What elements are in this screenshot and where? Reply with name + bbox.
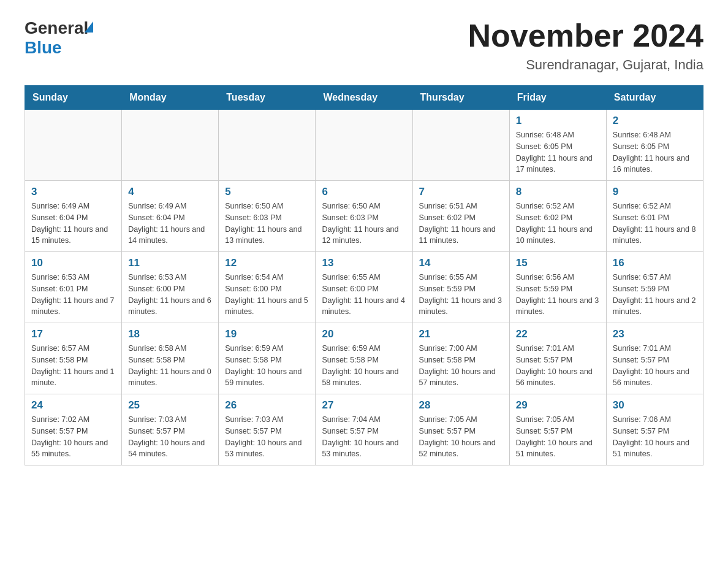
day-number: 11 <box>128 257 212 269</box>
calendar-header-wednesday: Wednesday <box>316 86 412 110</box>
day-number: 18 <box>128 328 212 340</box>
day-number: 26 <box>225 399 309 412</box>
header: General Blue November 2024 Surendranagar… <box>25 18 703 73</box>
month-title: November 2024 <box>468 18 703 53</box>
day-number: 16 <box>613 257 697 269</box>
calendar-cell: 28Sunrise: 7:05 AMSunset: 5:57 PMDayligh… <box>412 394 509 465</box>
day-number: 21 <box>419 328 503 340</box>
calendar-cell: 27Sunrise: 7:04 AMSunset: 5:57 PMDayligh… <box>316 394 412 465</box>
day-info: Sunrise: 6:58 AMSunset: 5:58 PMDaylight:… <box>128 343 212 389</box>
day-number: 12 <box>225 257 309 269</box>
day-info: Sunrise: 7:01 AMSunset: 5:57 PMDaylight:… <box>516 343 600 389</box>
day-info: Sunrise: 6:48 AMSunset: 6:05 PMDaylight:… <box>516 129 600 175</box>
day-info: Sunrise: 7:00 AMSunset: 5:58 PMDaylight:… <box>419 343 503 389</box>
calendar-header-saturday: Saturday <box>606 86 703 110</box>
day-info: Sunrise: 6:50 AMSunset: 6:03 PMDaylight:… <box>225 201 309 247</box>
day-number: 2 <box>613 115 697 127</box>
day-number: 6 <box>322 186 406 198</box>
logo-blue-text: Blue <box>25 38 62 58</box>
calendar-cell: 25Sunrise: 7:03 AMSunset: 5:57 PMDayligh… <box>122 394 219 465</box>
logo-triangle-icon <box>85 21 93 33</box>
calendar-cell: 22Sunrise: 7:01 AMSunset: 5:57 PMDayligh… <box>509 323 606 394</box>
calendar-cell: 23Sunrise: 7:01 AMSunset: 5:57 PMDayligh… <box>606 323 703 394</box>
calendar-cell: 24Sunrise: 7:02 AMSunset: 5:57 PMDayligh… <box>25 394 122 465</box>
day-number: 10 <box>31 257 115 269</box>
day-info: Sunrise: 6:49 AMSunset: 6:04 PMDaylight:… <box>31 201 115 247</box>
calendar-cell: 13Sunrise: 6:55 AMSunset: 6:00 PMDayligh… <box>316 252 412 323</box>
day-info: Sunrise: 6:59 AMSunset: 5:58 PMDaylight:… <box>225 343 309 389</box>
day-number: 9 <box>613 186 697 198</box>
calendar-cell: 30Sunrise: 7:06 AMSunset: 5:57 PMDayligh… <box>606 394 703 465</box>
day-number: 8 <box>516 186 600 198</box>
location-title: Surendranagar, Gujarat, India <box>468 57 703 73</box>
calendar-cell: 10Sunrise: 6:53 AMSunset: 6:01 PMDayligh… <box>25 252 122 323</box>
day-number: 20 <box>322 328 406 340</box>
day-info: Sunrise: 7:03 AMSunset: 5:57 PMDaylight:… <box>128 414 212 460</box>
day-info: Sunrise: 6:55 AMSunset: 6:00 PMDaylight:… <box>322 272 406 318</box>
calendar-cell: 9Sunrise: 6:52 AMSunset: 6:01 PMDaylight… <box>606 181 703 252</box>
calendar-week-row: 17Sunrise: 6:57 AMSunset: 5:58 PMDayligh… <box>25 323 703 394</box>
day-number: 28 <box>419 399 503 412</box>
day-info: Sunrise: 6:56 AMSunset: 5:59 PMDaylight:… <box>516 272 600 318</box>
day-info: Sunrise: 7:06 AMSunset: 5:57 PMDaylight:… <box>613 414 697 460</box>
calendar-cell: 7Sunrise: 6:51 AMSunset: 6:02 PMDaylight… <box>412 181 509 252</box>
day-number: 30 <box>613 399 697 412</box>
day-info: Sunrise: 7:01 AMSunset: 5:57 PMDaylight:… <box>613 343 697 389</box>
day-number: 13 <box>322 257 406 269</box>
calendar-table: SundayMondayTuesdayWednesdayThursdayFrid… <box>25 85 703 465</box>
calendar-header-tuesday: Tuesday <box>219 86 316 110</box>
calendar-cell <box>219 110 316 181</box>
title-area: November 2024 Surendranagar, Gujarat, In… <box>468 18 703 73</box>
day-info: Sunrise: 7:03 AMSunset: 5:57 PMDaylight:… <box>225 414 309 460</box>
day-number: 1 <box>516 115 600 127</box>
day-info: Sunrise: 6:55 AMSunset: 5:59 PMDaylight:… <box>419 272 503 318</box>
calendar-cell: 2Sunrise: 6:48 AMSunset: 6:05 PMDaylight… <box>606 110 703 181</box>
calendar-header-thursday: Thursday <box>412 86 509 110</box>
calendar-header-friday: Friday <box>509 86 606 110</box>
calendar-cell: 19Sunrise: 6:59 AMSunset: 5:58 PMDayligh… <box>219 323 316 394</box>
calendar-cell: 12Sunrise: 6:54 AMSunset: 6:00 PMDayligh… <box>219 252 316 323</box>
calendar-cell <box>25 110 122 181</box>
day-info: Sunrise: 6:53 AMSunset: 6:00 PMDaylight:… <box>128 272 212 318</box>
day-info: Sunrise: 6:49 AMSunset: 6:04 PMDaylight:… <box>128 201 212 247</box>
calendar-cell: 11Sunrise: 6:53 AMSunset: 6:00 PMDayligh… <box>122 252 219 323</box>
calendar-cell: 14Sunrise: 6:55 AMSunset: 5:59 PMDayligh… <box>412 252 509 323</box>
day-info: Sunrise: 6:57 AMSunset: 5:59 PMDaylight:… <box>613 272 697 318</box>
day-number: 4 <box>128 186 212 198</box>
calendar-cell: 4Sunrise: 6:49 AMSunset: 6:04 PMDaylight… <box>122 181 219 252</box>
day-info: Sunrise: 7:05 AMSunset: 5:57 PMDaylight:… <box>419 414 503 460</box>
calendar-cell: 1Sunrise: 6:48 AMSunset: 6:05 PMDaylight… <box>509 110 606 181</box>
day-number: 27 <box>322 399 406 412</box>
calendar-cell: 20Sunrise: 6:59 AMSunset: 5:58 PMDayligh… <box>316 323 412 394</box>
calendar-header-sunday: Sunday <box>25 86 122 110</box>
calendar-cell: 15Sunrise: 6:56 AMSunset: 5:59 PMDayligh… <box>509 252 606 323</box>
calendar-cell <box>412 110 509 181</box>
day-info: Sunrise: 6:48 AMSunset: 6:05 PMDaylight:… <box>613 129 697 175</box>
calendar-cell: 16Sunrise: 6:57 AMSunset: 5:59 PMDayligh… <box>606 252 703 323</box>
calendar-cell: 5Sunrise: 6:50 AMSunset: 6:03 PMDaylight… <box>219 181 316 252</box>
day-number: 3 <box>31 186 115 198</box>
day-info: Sunrise: 6:54 AMSunset: 6:00 PMDaylight:… <box>225 272 309 318</box>
day-info: Sunrise: 7:02 AMSunset: 5:57 PMDaylight:… <box>31 414 115 460</box>
day-info: Sunrise: 6:52 AMSunset: 6:02 PMDaylight:… <box>516 201 600 247</box>
calendar-week-row: 24Sunrise: 7:02 AMSunset: 5:57 PMDayligh… <box>25 394 703 465</box>
calendar-header-monday: Monday <box>122 86 219 110</box>
day-info: Sunrise: 7:04 AMSunset: 5:57 PMDaylight:… <box>322 414 406 460</box>
calendar-cell: 6Sunrise: 6:50 AMSunset: 6:03 PMDaylight… <box>316 181 412 252</box>
calendar-cell: 17Sunrise: 6:57 AMSunset: 5:58 PMDayligh… <box>25 323 122 394</box>
day-info: Sunrise: 6:53 AMSunset: 6:01 PMDaylight:… <box>31 272 115 318</box>
day-number: 15 <box>516 257 600 269</box>
calendar-cell: 26Sunrise: 7:03 AMSunset: 5:57 PMDayligh… <box>219 394 316 465</box>
calendar-week-row: 3Sunrise: 6:49 AMSunset: 6:04 PMDaylight… <box>25 181 703 252</box>
calendar-cell: 21Sunrise: 7:00 AMSunset: 5:58 PMDayligh… <box>412 323 509 394</box>
day-info: Sunrise: 6:59 AMSunset: 5:58 PMDaylight:… <box>322 343 406 389</box>
day-number: 24 <box>31 399 115 412</box>
calendar-cell <box>316 110 412 181</box>
day-info: Sunrise: 6:57 AMSunset: 5:58 PMDaylight:… <box>31 343 115 389</box>
day-number: 14 <box>419 257 503 269</box>
calendar-header-row: SundayMondayTuesdayWednesdayThursdayFrid… <box>25 86 703 110</box>
calendar-cell: 18Sunrise: 6:58 AMSunset: 5:58 PMDayligh… <box>122 323 219 394</box>
logo: General Blue <box>25 18 93 58</box>
day-number: 19 <box>225 328 309 340</box>
logo-general-text: General <box>25 18 88 38</box>
